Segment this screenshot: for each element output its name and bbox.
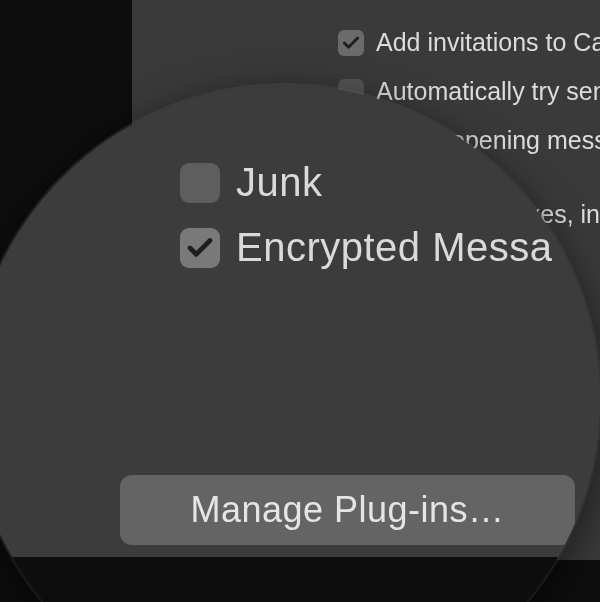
checkbox-encrypted[interactable] [180,228,220,268]
checkbox-label: Junk [236,160,323,205]
pref-row-invitations: Add invitations to Calendar au [338,28,600,57]
checkmark-icon [341,33,361,53]
app-background: Add invitations to Calendar au Automatic… [0,0,600,602]
checkbox-label: Add invitations to Calendar au [376,28,600,57]
manage-plugins-button[interactable]: Manage Plug-ins… [120,475,575,545]
button-label: Manage Plug-ins… [190,489,504,531]
checkbox-label: Encrypted Messa [236,225,553,270]
checkbox-label: Automatically try sending late [376,77,600,106]
pref-row-encrypted: Encrypted Messa [180,225,600,270]
checkmark-icon [185,233,215,263]
checkbox-invitations[interactable] [338,30,364,56]
magnified-outer-background [0,557,600,602]
checkbox-junk[interactable] [180,163,220,203]
